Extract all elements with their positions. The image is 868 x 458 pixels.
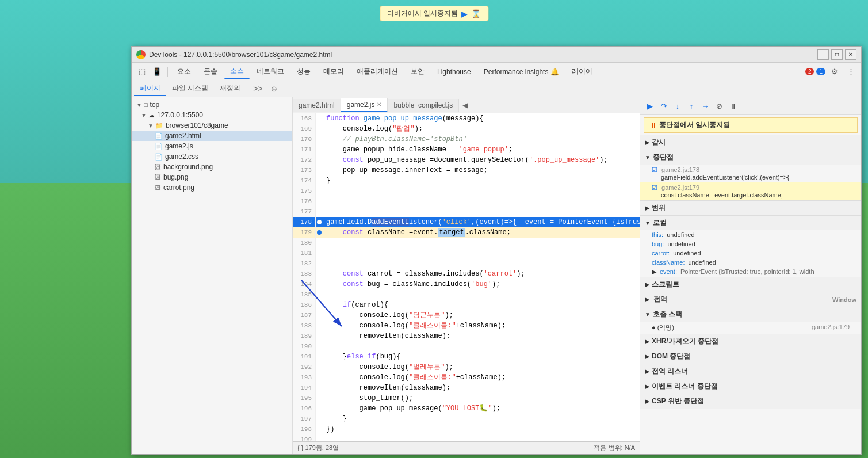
tree-item-background-label: background.png [163, 163, 213, 171]
section-dom-header[interactable]: ▶ DOM 중단점 [640, 349, 861, 364]
more-options-button[interactable]: ⋮ [844, 65, 858, 79]
tab-layers[interactable]: 레이어 [566, 64, 598, 79]
devtools-title: DevTools - 127.0.0.1:5500/browser101/c8g… [149, 51, 332, 59]
tree-item-game2css[interactable]: 📄 game2.css [132, 151, 292, 162]
section-watch-header[interactable]: ▶ 감시 [640, 135, 861, 150]
close-tab-game2js[interactable]: ✕ [377, 101, 381, 108]
code-content-199 [323, 434, 640, 441]
html-file-icon: 📄 [155, 132, 163, 140]
code-line-194: 194 removeItem(className); [293, 383, 640, 393]
toolbar-right: 2 1 ⚙ ⋮ [805, 65, 858, 79]
maximize-button[interactable]: □ [831, 49, 843, 60]
tree-item-server[interactable]: ▼ ☁ 127.0.0.1:5500 [132, 110, 292, 120]
section-scope-header[interactable]: ▶ 범위 [640, 201, 861, 215]
code-content-171: game_popup_hide.className = 'game_popup'… [323, 144, 640, 155]
tree-item-carrot-label: carrot.png [163, 184, 194, 192]
bp-dot-169 [316, 124, 323, 134]
tab-sources[interactable]: 소스 [224, 64, 250, 79]
collapse-tab-button[interactable]: ◀ [459, 99, 471, 112]
section-csp-header[interactable]: ▶ CSP 위반 중단점 [640, 394, 861, 409]
section-event-listener: ▶ 이벤트 리스너 중단점 [640, 379, 861, 394]
resume-icon[interactable]: ▶ [461, 9, 468, 18]
section-global-listener-header[interactable]: ▶ 전역 리스너 [640, 364, 861, 379]
tree-item-background[interactable]: 🖼 background.png [132, 162, 292, 172]
bp-179-code: const className =event.target.className; [652, 192, 850, 199]
tab-filesystem[interactable]: 파일 시스템 [166, 82, 214, 96]
watch-arrow: ▶ [645, 139, 649, 146]
var-event-val: PointerEvent {isTrusted: true, pointerId… [680, 268, 815, 276]
tree-item-game2js[interactable]: 📄 game2.js [132, 141, 292, 151]
tree-item-bug[interactable]: 🖼 bug.png [132, 172, 292, 182]
section-global-header[interactable]: ▶ 전역 Window [640, 292, 861, 307]
editor-tabs: game2.html game2.js ✕ bubble_compiled.js… [293, 97, 640, 113]
tab-application[interactable]: 애플리케이션 [351, 64, 404, 79]
tab-performance[interactable]: 성능 [291, 64, 316, 79]
section-breakpoints-header[interactable]: ▼ 중단점 [640, 150, 861, 165]
editor-tab-game2js[interactable]: game2.js ✕ [341, 98, 388, 112]
code-content-174: } [323, 175, 640, 186]
callstack-file: game2.js:179 [812, 323, 850, 332]
tree-item-game2html[interactable]: 📄 game2.html [132, 131, 292, 141]
code-editor[interactable]: 168 function game_pop_up_message(message… [293, 113, 640, 441]
bp-dot-199 [316, 434, 323, 441]
step-over-button[interactable]: ↷ [657, 100, 670, 112]
more-tabs-button[interactable]: >> [247, 82, 268, 96]
tree-item-game2html-label: game2.html [165, 132, 201, 140]
bp-dot-172 [316, 155, 323, 165]
line-num-182: 182 [293, 258, 316, 269]
section-local-header[interactable]: ▼ 로컬 [640, 216, 861, 230]
tab-memory[interactable]: 메모리 [318, 64, 350, 79]
code-content-186: if(carrot){ [323, 300, 640, 310]
var-event[interactable]: ▶ event: PointerEvent {isTrusted: true, … [640, 267, 861, 277]
step-button[interactable]: → [699, 100, 712, 112]
tab-elements[interactable]: 요소 [171, 64, 197, 79]
tree-item-top[interactable]: ▼ □ top [132, 100, 292, 110]
minimize-button[interactable]: — [817, 49, 829, 60]
global-arrow: ▶ [645, 296, 649, 303]
section-script-header[interactable]: ▶ 스크립트 [640, 277, 861, 292]
callstack-label: 호출 스택 [653, 310, 682, 319]
code-line-184: 184 const bug = className.includes('bug'… [293, 279, 640, 289]
tree-item-carrot[interactable]: 🖼 carrot.png [132, 182, 292, 193]
inspect-element-button[interactable]: ⬚ [135, 65, 149, 79]
bp-check-179: ☑ [652, 184, 657, 191]
resume-button[interactable]: ▶ [644, 100, 656, 112]
tab-performance-insights[interactable]: Performance insights 🔔 [478, 66, 565, 78]
code-content-170: // playBtn.className='stopBtn' [323, 134, 640, 144]
script-label: 스크립트 [652, 280, 679, 289]
line-num-198: 198 [293, 424, 316, 434]
section-event-listener-header[interactable]: ▶ 이벤트 리스너 중단점 [640, 379, 861, 394]
code-line-192: 192 console.log("벌레누름"); [293, 362, 640, 372]
bp-dot-196 [316, 403, 323, 414]
section-callstack-header[interactable]: ▼ 호출 스택 [640, 307, 861, 322]
code-line-190: 190 [293, 341, 640, 352]
device-toolbar-button[interactable]: 📱 [150, 65, 164, 79]
folder-icon: 📁 [155, 122, 163, 129]
step-into-button[interactable]: ↓ [671, 100, 684, 112]
tree-item-folder[interactable]: ▼ 📁 browser101/c8game [132, 120, 292, 131]
add-tab-button[interactable]: ⊕ [271, 85, 277, 93]
local-label: 로컬 [653, 218, 667, 228]
callstack-item-1[interactable]: ● (익명) game2.js:179 [640, 322, 861, 334]
bp-dot-174 [316, 175, 323, 186]
var-classname: className: undefined [640, 258, 861, 267]
tab-overrides[interactable]: 재정의 [214, 82, 246, 96]
scope-arrow: ▶ [645, 205, 649, 211]
var-this: this: undefined [640, 230, 861, 239]
watch-label: 감시 [652, 138, 666, 147]
close-button[interactable]: ✕ [845, 49, 856, 60]
bp-dot-197 [316, 414, 323, 424]
settings-button[interactable]: ⚙ [828, 65, 842, 79]
step-out-button[interactable]: ↑ [685, 100, 698, 112]
tab-network[interactable]: 네트워크 [251, 64, 290, 79]
tab-page[interactable]: 페이지 [134, 82, 166, 96]
editor-tab-game2html[interactable]: game2.html [293, 99, 341, 112]
tab-console[interactable]: 콘솔 [198, 64, 223, 79]
code-line-170: 170 // playBtn.className='stopBtn' [293, 134, 640, 144]
section-xhr-header[interactable]: ▶ XHR/가져오기 중단점 [640, 334, 861, 349]
editor-tab-bubble[interactable]: bubble_compiled.js [388, 99, 459, 112]
tab-security[interactable]: 보안 [405, 64, 430, 79]
tab-lighthouse[interactable]: Lighthouse [431, 66, 477, 78]
deactivate-button[interactable]: ⊘ [713, 100, 725, 112]
pause-exceptions-button[interactable]: ⏸ [726, 100, 739, 112]
